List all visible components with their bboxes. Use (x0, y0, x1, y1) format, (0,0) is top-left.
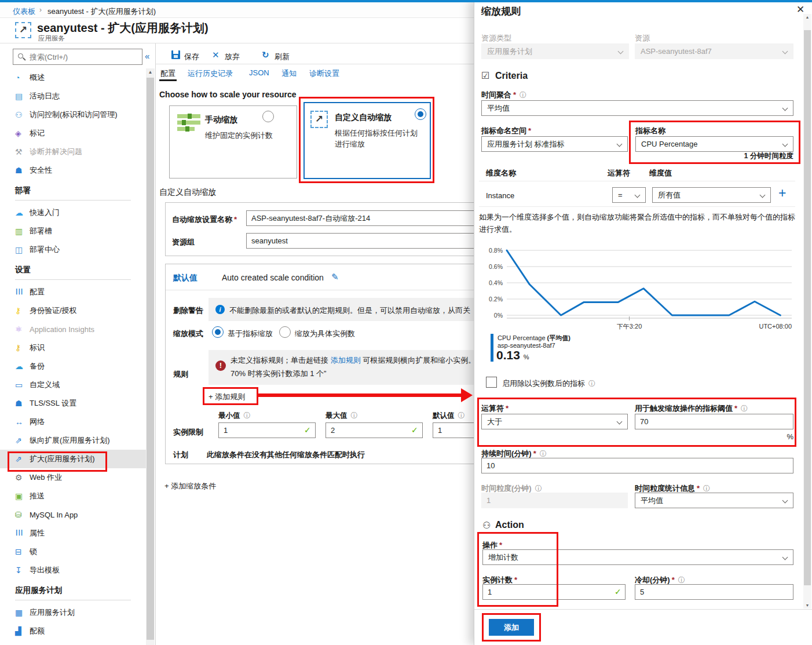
sidebar-item-identity[interactable]: ⚷标识 (0, 338, 146, 357)
info-icon (215, 305, 225, 314)
manual-scale-card[interactable]: 手动缩放 维护固定的实例计数 (169, 105, 297, 178)
tab-configure[interactable]: 配置 (160, 68, 175, 79)
sidebar-item-tags[interactable]: ◈标记 (0, 124, 146, 143)
divide-by-instance-checkbox[interactable] (486, 377, 497, 388)
sidebar-item-quickstart[interactable]: ☁快速入门 (0, 203, 146, 222)
sidebar-item-quotas[interactable]: ▟配额 (0, 622, 146, 640)
duration-input[interactable] (481, 458, 793, 473)
sidebar-item-label: Web 作业 (30, 472, 62, 483)
cooldown-input[interactable] (635, 584, 793, 600)
add-rule-inline-link[interactable]: 添加规则 (331, 356, 361, 365)
sidebar-item-tls-ssl[interactable]: ☗TLS/SSL 设置 (0, 394, 146, 413)
scale-mode-label: 缩放模式 (173, 329, 203, 339)
sidebar-item-label: 扩大(应用服务计划) (30, 454, 95, 464)
choose-scale-title: Choose how to scale your resource (159, 90, 297, 99)
browser-domain-icon: ▭ (15, 380, 30, 389)
manual-scale-radio[interactable] (262, 111, 274, 122)
sidebar-item-locks[interactable]: ⊟锁 (0, 542, 146, 561)
tab-diagnostic-settings[interactable]: 诊断设置 (309, 68, 339, 79)
manual-scale-title: 手动缩放 (205, 115, 237, 125)
scale-mode-metric-radio[interactable] (212, 326, 224, 338)
metric-namespace-dropdown[interactable]: 应用服务计划 标准指标 (481, 136, 628, 152)
dimension-value-dropdown[interactable]: 所有值 (652, 187, 771, 203)
operator-dropdown[interactable]: 大于 (481, 414, 628, 429)
sidebar-item-access-control[interactable]: ⚇访问控制(标识和访问管理) (0, 105, 146, 124)
sidebar-item-custom-domains[interactable]: ▭自定义域 (0, 376, 146, 394)
scroll-up-icon[interactable]: ▲ (803, 15, 811, 19)
panel-scrollbar[interactable]: ▲ ▼ (803, 14, 811, 608)
add-rule-link[interactable]: + 添加规则 (209, 392, 245, 402)
sidebar-item-security[interactable]: ☗安全性 (0, 161, 146, 180)
time-aggregation-label: 时间聚合 (481, 90, 526, 100)
sidebar-item-deployment-slots[interactable]: ▥部署槽 (0, 222, 146, 240)
manual-scale-icon (177, 114, 200, 134)
sidebar-collapse-button[interactable]: « (145, 51, 149, 61)
scale-mode-instance-radio[interactable] (279, 326, 291, 338)
sidebar-item-label: 标记 (30, 128, 45, 139)
access-control-icon: ⚇ (15, 110, 30, 119)
tab-notify[interactable]: 通知 (281, 68, 297, 79)
breadcrumb-dashboard-link[interactable]: 仪表板 (13, 6, 35, 17)
panel-scrollbar-thumb[interactable] (804, 30, 811, 585)
add-button[interactable]: 添加 (489, 619, 534, 636)
sidebar-item-label: 备份 (30, 361, 45, 371)
sliders-vertical-icon: ☰ (14, 529, 24, 537)
max-input[interactable] (325, 422, 423, 438)
add-dimension-icon[interactable] (778, 185, 786, 201)
scroll-up-icon[interactable] (146, 70, 155, 75)
operation-dropdown[interactable]: 增加计数 (482, 549, 793, 565)
grain-stat-dropdown[interactable]: 平均值 (635, 493, 793, 508)
sidebar-item-export-template[interactable]: ↧导出模板 (0, 561, 146, 580)
scroll-down-icon[interactable]: ▼ (803, 603, 811, 607)
discard-button[interactable]: 放弃 (225, 52, 240, 62)
sidebar-item-scale-out[interactable]: ⇗扩大(应用服务计划) (0, 450, 146, 468)
sidebar-item-configuration[interactable]: ☰配置 (0, 283, 146, 301)
metric-name-label: 指标名称 (635, 126, 665, 136)
custom-autoscale-card[interactable]: ↗ 自定义自动缩放 根据任何指标按任何计划进行缩放 (303, 102, 431, 179)
custom-autoscale-radio[interactable] (415, 108, 426, 120)
tab-run-history[interactable]: 运行历史记录 (188, 68, 233, 79)
panel-footer-divider (474, 609, 812, 610)
sidebar-item-properties[interactable]: ☰属性 (0, 524, 146, 542)
sidebar-item-authentication[interactable]: ⚷身份验证/授权 (0, 301, 146, 320)
default-condition-tab[interactable]: 默认值 (173, 273, 197, 283)
sidebar-item-backups[interactable]: ☁备份 (0, 357, 146, 376)
discard-icon (212, 50, 220, 60)
edit-condition-icon[interactable] (331, 272, 339, 282)
min-input[interactable] (218, 422, 316, 438)
dimension-operator-dropdown[interactable]: = (612, 187, 646, 203)
sidebar-item-mysql-in-app[interactable]: ⛁MySQL In App (0, 505, 146, 524)
network-icon: ↔ (15, 417, 30, 427)
instance-count-input[interactable] (482, 584, 626, 600)
lock-icon: ⊟ (15, 547, 30, 556)
time-aggregation-dropdown[interactable]: 平均值 (481, 100, 793, 116)
sidebar-item-app-service-plan[interactable]: ▦应用服务计划 (0, 603, 146, 622)
bar-chart-icon: ▟ (15, 626, 30, 636)
sidebar-item-push[interactable]: ▣推送 (0, 487, 146, 505)
sidebar-item-diagnose-solve[interactable]: ⚒诊断并解决问题 (0, 143, 146, 161)
valid-check-icon (615, 587, 621, 596)
save-button[interactable]: 保存 (184, 52, 199, 62)
sidebar-item-scale-up[interactable]: ⇗纵向扩展(应用服务计划) (0, 431, 146, 450)
info-icon (588, 379, 595, 389)
search-input[interactable] (30, 49, 140, 64)
sidebar-item-deployment-center[interactable]: ◫部署中心 (0, 240, 146, 259)
add-scale-condition-link[interactable]: + 添加缩放条件 (164, 481, 216, 491)
breadcrumb-separator-icon (39, 6, 42, 14)
sidebar-item-application-insights[interactable]: ⚛Application Insights (0, 320, 146, 338)
deployment-center-icon: ◫ (15, 245, 30, 254)
sidebar-item-webjobs[interactable]: ⚙Web 作业 (0, 468, 146, 487)
rules-warning-text2: 可根据规则横向扩展和缩小实例。 (361, 356, 476, 365)
sidebar-item-label: 访问控制(标识和访问管理) (30, 110, 118, 120)
sidebar-item-networking[interactable]: ↔网络 (0, 413, 146, 431)
refresh-button[interactable]: 刷新 (275, 52, 290, 62)
tab-json[interactable]: JSON (249, 68, 269, 77)
sidebar-item-activity-log[interactable]: ▤活动日志 (0, 87, 146, 105)
sidebar-section-title: 设置 (15, 265, 146, 275)
metric-name-dropdown[interactable]: CPU Percentage (635, 136, 793, 152)
sidebar-scrollbar-thumb[interactable] (147, 78, 154, 640)
sidebar-item-overview[interactable]: ◔概述 (0, 68, 146, 87)
sidebar-scrollbar[interactable] (146, 68, 155, 645)
search-icon (18, 53, 23, 59)
threshold-input[interactable] (635, 414, 793, 429)
